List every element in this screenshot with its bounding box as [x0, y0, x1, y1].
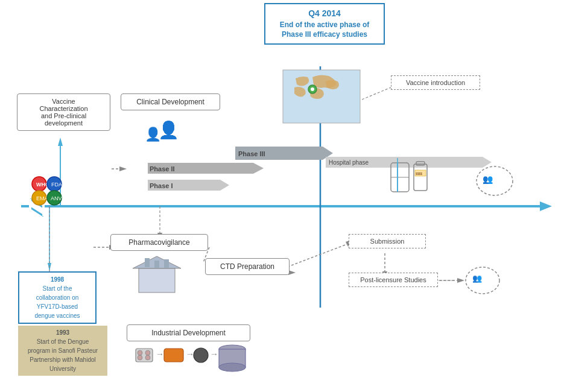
svg-point-58 — [32, 191, 46, 205]
ctd-preparation-box: CTD Preparation — [205, 258, 290, 275]
year-1998-box: 1998 Start of thecollaboration onYFV17D-… — [18, 271, 97, 324]
svg-marker-1 — [540, 201, 552, 211]
pharmacovigilance-box: Pharmacovigilance — [110, 234, 208, 251]
svg-point-86 — [311, 87, 314, 91]
vaccine-characterization-box: VaccineCharacterizationand Pre-clinicald… — [17, 93, 110, 131]
year-1998-text: Start of thecollaboration onYFV17D-based… — [34, 285, 80, 319]
svg-rect-52 — [154, 261, 159, 268]
svg-rect-51 — [145, 258, 150, 267]
svg-point-45 — [477, 166, 513, 195]
svg-marker-15 — [237, 166, 244, 171]
svg-point-60 — [47, 191, 62, 205]
svg-point-44 — [466, 267, 499, 294]
svg-marker-28 — [253, 163, 264, 174]
industrial-development-box: Industrial Development — [127, 324, 250, 341]
svg-marker-33 — [483, 157, 492, 168]
svg-marker-9 — [58, 138, 63, 146]
svg-text:$$$$: $$$$ — [416, 172, 422, 175]
svg-marker-50 — [133, 256, 181, 268]
svg-rect-25 — [148, 180, 220, 191]
year-1993: 1993 — [56, 329, 69, 336]
svg-point-85 — [308, 85, 317, 93]
svg-line-43 — [362, 87, 391, 100]
svg-rect-53 — [164, 259, 169, 268]
svg-marker-11 — [48, 263, 51, 271]
svg-point-79 — [194, 348, 208, 362]
svg-rect-49 — [139, 268, 175, 292]
svg-rect-32 — [326, 157, 483, 168]
svg-rect-84 — [283, 70, 360, 123]
q4-line2: End of the active phase of — [271, 20, 378, 30]
vaccine-char-label: VaccineCharacterizationand Pre-clinicald… — [39, 98, 87, 127]
svg-text:👥: 👥 — [472, 273, 483, 283]
year-1993-box: 1993 Start of the Dengueprogram in Sanof… — [18, 326, 107, 376]
svg-line-4 — [30, 207, 43, 216]
svg-text:→: → — [186, 349, 194, 359]
svg-rect-27 — [148, 163, 253, 174]
svg-text:👥: 👥 — [483, 174, 493, 185]
svg-rect-82 — [219, 349, 245, 367]
svg-point-72 — [138, 350, 142, 355]
svg-rect-47 — [414, 164, 427, 191]
svg-text:FDA: FDA — [51, 182, 62, 188]
svg-text:Hospital phase: Hospital phase — [329, 159, 369, 166]
svg-rect-77 — [164, 349, 183, 362]
svg-rect-67 — [415, 170, 426, 176]
svg-rect-46 — [391, 163, 409, 192]
svg-marker-30 — [323, 147, 333, 160]
svg-line-3 — [30, 199, 43, 207]
vaccine-introduction-box: Vaccine introduction — [391, 75, 480, 90]
svg-rect-29 — [235, 147, 323, 160]
svg-text:Phase I: Phase I — [150, 182, 173, 189]
svg-marker-26 — [220, 180, 229, 191]
svg-rect-48 — [416, 162, 425, 165]
svg-text:WHO: WHO — [36, 182, 49, 188]
clinical-development-box: Clinical Development — [121, 93, 220, 110]
svg-rect-2 — [30, 198, 43, 215]
svg-point-81 — [219, 345, 245, 353]
svg-text:→: → — [156, 349, 164, 359]
q4-title: Q4 2014 — [271, 8, 378, 20]
svg-text:👤: 👤 — [158, 120, 179, 140]
svg-point-56 — [47, 177, 62, 191]
svg-line-19 — [284, 244, 347, 268]
year-1993-text: Start of the Dengueprogram in Sanofi Pas… — [28, 338, 98, 372]
svg-point-73 — [145, 350, 150, 355]
svg-marker-13 — [119, 166, 127, 171]
svg-point-75 — [145, 355, 150, 360]
submission-box: Submission — [349, 234, 426, 248]
svg-rect-71 — [136, 349, 153, 362]
post-licensure-box: Post-licensure Studies — [349, 273, 438, 287]
svg-text:→: → — [210, 349, 218, 359]
svg-text:👤: 👤 — [145, 126, 162, 142]
svg-point-74 — [138, 355, 142, 360]
q4-line3: Phase III efficacy studies — [271, 30, 378, 40]
svg-text:ANVS: ANVS — [51, 195, 66, 201]
q4-2014-box: Q4 2014 End of the active phase of Phase… — [264, 3, 385, 45]
svg-text:EMA: EMA — [36, 195, 48, 201]
year-1998: 1998 — [51, 276, 64, 283]
svg-point-54 — [32, 177, 46, 191]
svg-point-83 — [219, 363, 245, 371]
clinical-dev-label: Clinical Development — [136, 98, 204, 106]
svg-marker-24 — [457, 278, 464, 283]
svg-text:Phase II: Phase II — [150, 165, 175, 172]
svg-text:Phase III: Phase III — [238, 150, 265, 157]
